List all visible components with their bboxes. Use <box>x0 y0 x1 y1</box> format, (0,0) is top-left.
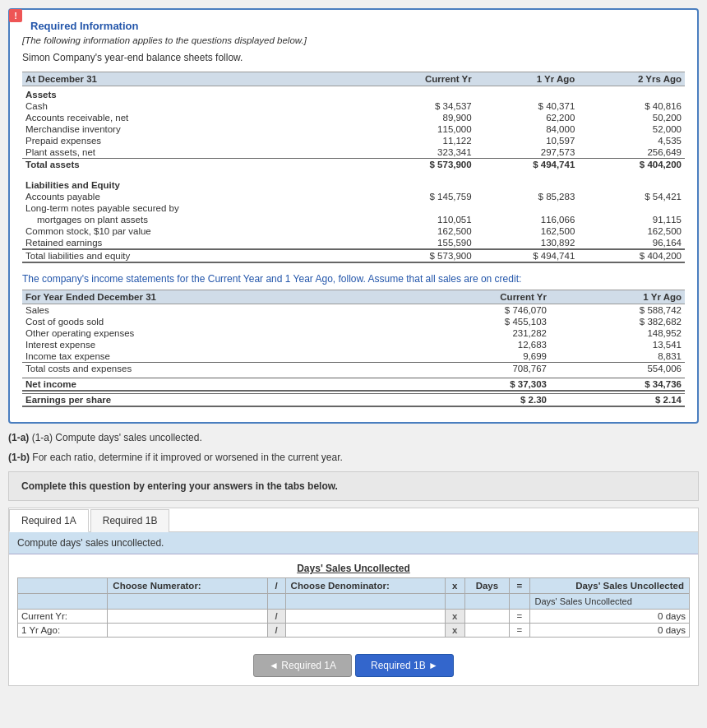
is-total-costs-label: Total costs and expenses <box>22 363 403 375</box>
row-label: Common stock, $10 par value <box>22 225 362 237</box>
is-sales-cur: $ 746,070 <box>403 304 550 317</box>
row-label: Cash <box>22 100 362 112</box>
bs-liabilities-header: Liabilities and Equity <box>22 177 685 191</box>
dsu-result-yr1: 0 days <box>529 624 689 638</box>
dsu-th-empty4 <box>267 594 285 610</box>
is-net-income-yr1: $ 34,736 <box>550 378 685 391</box>
is-sales-yr1: $ 588,742 <box>550 304 685 317</box>
table-row: Long-term notes payable secured by <box>22 202 685 214</box>
dsu-th-eq: = <box>510 578 529 594</box>
q1a-text: (1-a) Compute days' sales uncollected. <box>32 432 202 443</box>
row-yr1: 8,831 <box>550 350 685 363</box>
dsu-row-label-cur: Current Yr: <box>18 610 108 624</box>
dsu-days-cur <box>464 610 510 624</box>
table-row: Cash $ 34,537 $ 40,371 $ 40,816 <box>22 100 685 112</box>
question-1b: (1-b) For each ratio, determine if it im… <box>8 452 699 463</box>
q1a-bold: (1-a) <box>8 432 29 443</box>
row-cur: $ 455,103 <box>403 316 550 327</box>
info-title: Required Information <box>30 20 685 32</box>
row-yr1: 10,597 <box>475 135 579 146</box>
row-label: mortgages on plant assets <box>22 214 362 225</box>
table-row: mortgages on plant assets 110,051 116,06… <box>22 214 685 225</box>
bs-col-label: At December 31 <box>22 72 362 86</box>
dsu-numerator-input-cur[interactable] <box>111 611 263 621</box>
dsu-slash-cur: / <box>267 610 285 624</box>
dsu-th-empty8 <box>510 594 529 610</box>
dsu-numerator-cur[interactable] <box>108 610 267 624</box>
row-cur: 231,282 <box>403 327 550 339</box>
page-wrapper: ! Required Information [The following in… <box>0 0 707 728</box>
table-row: Cost of goods sold $ 455,103 $ 382,682 <box>22 316 685 327</box>
dsu-th-empty6 <box>446 594 465 610</box>
dsu-denominator-yr1[interactable] <box>285 624 445 638</box>
tab-required-1b[interactable]: Required 1B <box>90 509 170 532</box>
is-col-cur: Current Yr <box>403 290 550 304</box>
table-row: Income tax expense 9,699 8,831 <box>22 350 685 363</box>
dsu-x-yr1: x <box>446 624 465 638</box>
is-total-costs-yr1: 554,006 <box>550 363 685 375</box>
balance-sheet-table: At December 31 Current Yr 1 Yr Ago 2 Yrs… <box>22 72 685 263</box>
dsu-denominator-cur[interactable] <box>285 610 445 624</box>
dsu-header-row: Choose Numerator: / Choose Denominator: … <box>18 578 690 594</box>
q1b-text: For each ratio, determine if it improved… <box>32 452 343 463</box>
row-cur: 323,341 <box>362 146 474 159</box>
row-yr1: 13,541 <box>550 339 685 350</box>
prev-button[interactable]: ◄ Required 1A <box>253 654 352 677</box>
row-label: Interest expense <box>22 339 403 350</box>
row-label: Accounts receivable, net <box>22 112 362 123</box>
dsu-th-empty <box>18 578 108 594</box>
row-cur <box>362 202 474 214</box>
total-liabilities-label: Total liabilities and equity <box>22 249 362 262</box>
info-intro: Simon Company's year-end balance sheets … <box>22 52 685 63</box>
row-label: Cost of goods sold <box>22 316 403 327</box>
table-row: Interest expense 12,683 13,541 <box>22 339 685 350</box>
row-label: Other operating expenses <box>22 327 403 339</box>
total-assets-cur: $ 573,900 <box>362 159 474 171</box>
complete-text: Complete this question by entering your … <box>21 480 338 492</box>
total-liabilities-yr1: $ 494,741 <box>475 249 579 262</box>
is-eps-yr1: $ 2.14 <box>550 394 685 407</box>
row-cur: 89,900 <box>362 112 474 123</box>
row-cur: 9,699 <box>403 350 550 363</box>
dsu-wrapper: Days' Sales Uncollected Choose Numerator… <box>9 554 698 646</box>
dsu-th-result-sub: Days' Sales Uncollected <box>529 594 689 610</box>
dsu-days-yr1 <box>464 624 510 638</box>
row-label: Prepaid expenses <box>22 135 362 146</box>
row-label: Merchandise inventory <box>22 123 362 135</box>
table-row: Accounts payable $ 145,759 $ 85,283 $ 54… <box>22 191 685 202</box>
row-cur: 11,122 <box>362 135 474 146</box>
row-label: Plant assets, net <box>22 146 362 159</box>
is-col-yr1: 1 Yr Ago <box>550 290 685 304</box>
table-row: Other operating expenses 231,282 148,952 <box>22 327 685 339</box>
bs-liabilities-label: Liabilities and Equity <box>22 177 685 191</box>
is-eps-label: Earnings per share <box>22 394 403 407</box>
is-eps-row: Earnings per share $ 2.30 $ 2.14 <box>22 394 685 407</box>
row-label: Retained earnings <box>22 237 362 249</box>
dsu-numerator-input-yr1[interactable] <box>111 625 263 635</box>
row-cur: $ 145,759 <box>362 191 474 202</box>
dsu-denominator-input-yr1[interactable] <box>289 625 441 635</box>
exclamation-icon: ! <box>9 9 22 22</box>
dsu-th-denominator: Choose Denominator: <box>285 578 445 594</box>
row-yr2: $ 54,421 <box>578 191 685 202</box>
table-row: Plant assets, net 323,341 297,573 256,64… <box>22 146 685 159</box>
dsu-denominator-input-cur[interactable] <box>289 611 441 621</box>
dsu-th-empty3 <box>108 594 267 610</box>
row-cur: 162,500 <box>362 225 474 237</box>
dsu-current-yr-row: Current Yr: / x = 0 days <box>18 610 690 624</box>
total-liabilities-row: Total liabilities and equity $ 573,900 $… <box>22 249 685 262</box>
dsu-table: Choose Numerator: / Choose Denominator: … <box>17 577 690 638</box>
dsu-th-result: Days' Sales Uncollected <box>529 578 689 594</box>
is-net-income-label: Net income <box>22 378 403 391</box>
table-row: Prepaid expenses 11,122 10,597 4,535 <box>22 135 685 146</box>
row-yr1: $ 382,682 <box>550 316 685 327</box>
row-cur: 155,590 <box>362 237 474 249</box>
tabs-nav: Required 1A Required 1B <box>9 508 698 532</box>
dsu-numerator-yr1[interactable] <box>108 624 267 638</box>
info-box: ! Required Information [The following in… <box>8 8 699 424</box>
is-total-costs-row: Total costs and expenses 708,767 554,006 <box>22 363 685 375</box>
row-yr1: 162,500 <box>475 225 579 237</box>
tab-required-1a[interactable]: Required 1A <box>9 509 89 532</box>
next-button[interactable]: Required 1B ► <box>355 654 454 677</box>
dsu-header-result-row: Days' Sales Uncollected <box>18 594 690 610</box>
